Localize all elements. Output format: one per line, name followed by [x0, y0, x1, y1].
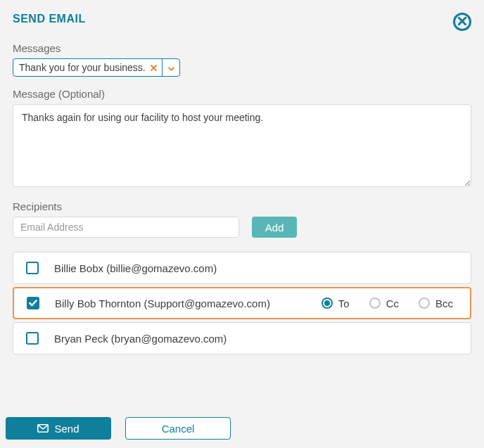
- radio-icon: [419, 297, 430, 309]
- recipient-row[interactable]: Billie Bobx (billie@gomazevo.com): [13, 252, 471, 284]
- recipients-label: Recipients: [13, 200, 471, 212]
- cancel-button[interactable]: Cancel: [125, 417, 231, 440]
- dest-bcc-label: Bcc: [435, 297, 453, 309]
- dest-cc-radio[interactable]: Cc: [369, 297, 399, 309]
- chevron-down-icon: [168, 62, 174, 73]
- add-recipient-button[interactable]: Add: [252, 217, 297, 238]
- messages-select-value: Thank you for your business.: [13, 62, 145, 73]
- recipient-row[interactable]: Bryan Peck (bryan@gomazevo.com): [13, 322, 471, 354]
- close-button[interactable]: [453, 13, 471, 31]
- send-button-label: Send: [54, 423, 79, 435]
- messages-dropdown-button[interactable]: [162, 59, 179, 76]
- recipients-list: Billie Bobx (billie@gomazevo.com) Billy …: [13, 252, 471, 354]
- recipient-display: Billy Bob Thornton (Support@gomazevo.com…: [55, 297, 321, 309]
- message-textarea[interactable]: [13, 104, 471, 187]
- recipient-dest-radios: To Cc Bcc: [321, 297, 453, 309]
- dest-cc-label: Cc: [386, 297, 399, 309]
- messages-clear-button[interactable]: [145, 59, 162, 76]
- email-input[interactable]: [13, 217, 239, 238]
- mail-icon: [37, 423, 49, 435]
- recipient-display: Billie Bobx (billie@gomazevo.com): [54, 262, 458, 274]
- x-icon: [151, 62, 157, 73]
- close-icon: [458, 16, 466, 27]
- recipient-checkbox[interactable]: [26, 332, 39, 345]
- recipient-checkbox[interactable]: [27, 297, 39, 309]
- radio-icon: [321, 297, 333, 309]
- message-label: Message (Optional): [13, 88, 471, 100]
- dest-bcc-radio[interactable]: Bcc: [419, 297, 453, 309]
- dest-to-label: To: [338, 297, 350, 309]
- send-button[interactable]: Send: [6, 417, 111, 440]
- dest-to-radio[interactable]: To: [321, 297, 350, 309]
- recipient-checkbox[interactable]: [26, 262, 39, 274]
- dialog-title: SEND EMAIL: [13, 13, 86, 25]
- radio-icon: [369, 297, 381, 309]
- messages-label: Messages: [13, 42, 471, 54]
- messages-select[interactable]: Thank you for your business.: [13, 58, 180, 77]
- recipient-display: Bryan Peck (bryan@gomazevo.com): [54, 333, 458, 345]
- recipient-row[interactable]: Billy Bob Thornton (Support@gomazevo.com…: [13, 287, 471, 319]
